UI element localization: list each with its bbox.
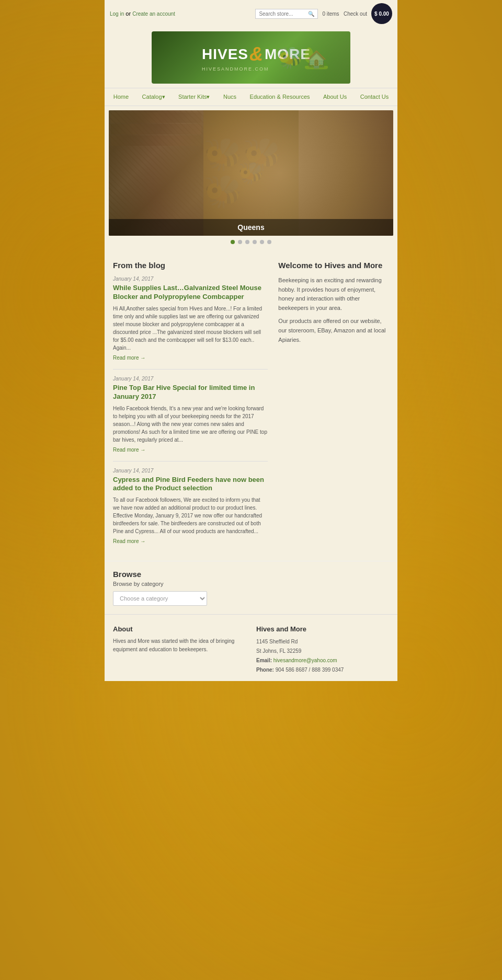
- search-box: 🔍: [255, 9, 318, 19]
- address-line-1: 1145 Sheffield Rd: [256, 637, 389, 647]
- welcome-title: Welcome to Hives and More: [278, 261, 389, 270]
- nav-item-education[interactable]: Education & Resources: [248, 88, 312, 106]
- content-area: From the blog January 14, 2017 While Sup…: [105, 252, 397, 561]
- post-3-date: January 14, 2017: [113, 468, 268, 474]
- top-bar-auth: Log in or Create an account: [110, 10, 175, 17]
- post-2-title[interactable]: Pine Top Bar Hive Special for limited ti…: [113, 384, 268, 401]
- divider-2: [113, 461, 268, 462]
- post-2-date: January 14, 2017: [113, 376, 268, 382]
- nav-link-starter-kits[interactable]: Starter Kits▾: [176, 88, 212, 106]
- footer-address: 1145 Sheffield Rd St Johns, FL 32259 Ema…: [256, 637, 389, 675]
- login-link[interactable]: Log in: [110, 11, 124, 17]
- slider-images: 🐝🐝🐝: [109, 110, 393, 236]
- dot-4[interactable]: [253, 240, 257, 244]
- welcome-text-1: Beekeeping is an exciting and rewarding …: [278, 276, 389, 313]
- blog-post-3: January 14, 2017 Cypress and Pine Bird F…: [113, 468, 268, 545]
- post-3-read-more[interactable]: Read more →: [113, 538, 268, 544]
- post-1-title[interactable]: While Supplies Last…Galvanized Steel Mou…: [113, 284, 268, 302]
- header-image: 🐝🏡: [256, 31, 350, 84]
- welcome-text-2: Our products are offered on our website,…: [278, 317, 389, 344]
- slider-container[interactable]: 🐝🐝🐝 Queens: [109, 110, 393, 236]
- post-1-read-more[interactable]: Read more →: [113, 355, 268, 361]
- welcome-section: Welcome to Hives and More Beekeeping is …: [278, 261, 389, 552]
- nav-link-contact[interactable]: Contact Us: [358, 88, 391, 105]
- post-3-excerpt: To all our Facebook followers, We are ex…: [113, 496, 268, 535]
- browse-subtitle: Browse by category: [113, 581, 389, 587]
- or-text: or: [126, 10, 132, 17]
- blog-section: From the blog January 14, 2017 While Sup…: [113, 261, 268, 552]
- nav-link-home[interactable]: Home: [111, 88, 131, 105]
- search-icon[interactable]: 🔍: [308, 11, 314, 17]
- footer-email-line: Email: hivesandmore@yahoo.com: [256, 656, 389, 665]
- slide-image-3: [299, 110, 393, 236]
- address-line-2: St Johns, FL 32259: [256, 647, 389, 656]
- footer-about-text: Hives and More was started with the idea…: [113, 637, 246, 654]
- post-2-excerpt: Hello Facebook friends, It's a new year …: [113, 405, 268, 444]
- nav-link-nucs[interactable]: Nucs: [221, 88, 238, 105]
- nav-item-catalog[interactable]: Catalog▾: [140, 88, 167, 106]
- main-nav: Home Catalog▾ Starter Kits▾ Nucs Educati…: [105, 88, 397, 106]
- search-input[interactable]: [259, 11, 306, 17]
- header-banner: HIVES&MORE HIVESANDMORE.COM 🐝🏡: [152, 31, 350, 84]
- dot-3[interactable]: [245, 240, 249, 244]
- dot-2[interactable]: [238, 240, 242, 244]
- footer: About Hives and More was started with th…: [105, 614, 397, 681]
- nav-link-about[interactable]: About Us: [321, 88, 349, 105]
- dot-5[interactable]: [260, 240, 264, 244]
- footer-about-title: About: [113, 625, 246, 633]
- post-3-title[interactable]: Cypress and Pine Bird Feeders have now b…: [113, 476, 268, 493]
- nav-link-catalog[interactable]: Catalog▾: [140, 88, 167, 106]
- post-2-read-more[interactable]: Read more →: [113, 447, 268, 453]
- top-bar: Log in or Create an account 🔍 0 items Ch…: [105, 0, 397, 27]
- dot-1[interactable]: [231, 240, 235, 244]
- site-header: HIVES&MORE HIVESANDMORE.COM 🐝🏡: [105, 27, 397, 88]
- post-1-excerpt: Hi All,Another sales special from Hives …: [113, 305, 268, 352]
- nav-item-contact[interactable]: Contact Us: [358, 88, 391, 106]
- footer-phone-line: Phone: 904 586 8687 / 888 399 0347: [256, 665, 389, 675]
- top-bar-right: 🔍 0 items Check out $ 0.00: [255, 3, 392, 24]
- blog-post-1: January 14, 2017 While Supplies Last…Gal…: [113, 276, 268, 361]
- footer-email-link[interactable]: hivesandmore@yahoo.com: [273, 658, 337, 663]
- checkout-link[interactable]: Check out: [344, 11, 367, 17]
- post-1-date: January 14, 2017: [113, 276, 268, 282]
- hero-slider: 🐝🐝🐝 Queens: [105, 106, 397, 252]
- nav-item-about[interactable]: About Us: [321, 88, 349, 106]
- dot-6[interactable]: [267, 240, 271, 244]
- create-account-link[interactable]: Create an account: [132, 11, 175, 17]
- browse-title: Browse: [113, 570, 389, 579]
- blog-title: From the blog: [113, 261, 268, 270]
- category-select[interactable]: Choose a category: [113, 591, 207, 606]
- nav-link-education[interactable]: Education & Resources: [248, 88, 312, 105]
- blog-post-2: January 14, 2017 Pine Top Bar Hive Speci…: [113, 376, 268, 453]
- cart-total-button[interactable]: $ 0.00: [371, 3, 392, 24]
- footer-contact-title: Hives and More: [256, 625, 389, 633]
- footer-about: About Hives and More was started with th…: [113, 625, 246, 675]
- nav-item-starter-kits[interactable]: Starter Kits▾: [176, 88, 212, 106]
- divider-1: [113, 369, 268, 370]
- browse-section: Browse Browse by category Choose a categ…: [105, 561, 397, 614]
- slide-caption: Queens: [109, 219, 393, 236]
- footer-phone: 904 586 8687 / 888 399 0347: [276, 667, 344, 673]
- footer-contact: Hives and More 1145 Sheffield Rd St John…: [256, 625, 389, 675]
- nav-item-nucs[interactable]: Nucs: [221, 88, 238, 106]
- nav-item-home[interactable]: Home: [111, 88, 131, 106]
- slider-dots: [109, 236, 393, 248]
- cart-items: 0 items Check out: [322, 11, 367, 17]
